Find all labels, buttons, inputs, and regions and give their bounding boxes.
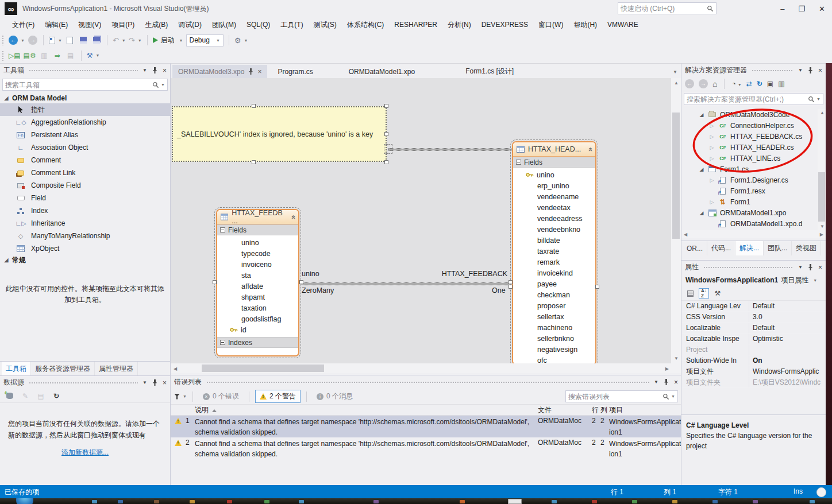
solution-explorer-search-input[interactable] <box>687 95 808 103</box>
menu-architecture[interactable]: 体系结构(C) <box>342 18 390 32</box>
menu-tools[interactable]: 工具(T) <box>275 18 308 32</box>
error-list-search-box[interactable]: ▼ <box>565 390 678 402</box>
toolbox-category-orm[interactable]: ◢ ORM Data Model <box>0 93 170 103</box>
selection-handle[interactable] <box>384 160 388 164</box>
expand-arrow-icon[interactable]: ▷ <box>709 145 715 150</box>
toolbox-item-composite-field[interactable]: Composite Field <box>0 179 170 192</box>
tree-item-httax-line-cs[interactable]: ▷ C# HTTAX_LINE.cs <box>681 153 817 164</box>
field-row[interactable]: sellertax <box>513 311 595 322</box>
field-row[interactable]: erp_unino <box>513 180 595 191</box>
comment-link-connector[interactable] <box>389 149 512 150</box>
chevron-down-icon[interactable]: ▼ <box>142 380 147 386</box>
tree-item-connectionhelper[interactable]: ▷ C# ConnectionHelper.cs <box>681 120 817 131</box>
field-row[interactable]: checkman <box>513 289 595 300</box>
field-row[interactable]: vendeetax <box>513 202 595 213</box>
pin-icon[interactable] <box>248 68 253 75</box>
panel-grip[interactable] <box>703 266 794 269</box>
close-icon[interactable]: × <box>818 263 822 272</box>
tab-ormdatamodel3[interactable]: ORMDataModel3.xpo × <box>172 65 267 78</box>
tree-item-form1-component[interactable]: ▷ ⇅ Form1 <box>681 196 817 207</box>
toolbar-grip[interactable] <box>2 35 4 45</box>
property-pages-button[interactable]: ⚒ <box>712 288 723 298</box>
field-row[interactable]: vendeeadress <box>513 213 595 224</box>
property-row[interactable]: CSS Version 3.0 <box>681 312 826 323</box>
menu-view[interactable]: 视图(V) <box>73 18 106 32</box>
field-row[interactable]: invoicekind <box>513 267 595 278</box>
fields-section-header[interactable]: Fields <box>217 224 298 235</box>
tab-toolbox[interactable]: 工具箱 <box>2 362 31 375</box>
field-row[interactable]: shpamt <box>217 292 298 303</box>
field-row[interactable]: billdate <box>513 235 595 246</box>
tab-list-dropdown[interactable]: ▼ <box>673 69 677 75</box>
field-row[interactable]: sellerbnkno <box>513 333 595 344</box>
field-row[interactable]: proposer <box>513 300 595 311</box>
configure-data-source-button[interactable]: ▤ <box>36 390 46 402</box>
menu-debug[interactable]: 调试(D) <box>173 18 207 32</box>
navigate-back-button[interactable]: ←▼ <box>9 34 25 46</box>
toolbox-item-xpobject[interactable]: XpObject <box>0 242 170 255</box>
menu-sql[interactable]: SQL(Q) <box>241 18 275 31</box>
close-icon[interactable]: × <box>257 68 261 76</box>
tree-item-form1-resx[interactable]: Form1.resx <box>681 185 817 196</box>
sort-alphabetical-button[interactable]: A↓Z <box>699 288 709 298</box>
forward-button[interactable]: → <box>699 79 708 88</box>
collapse-all-button[interactable]: ▣ <box>767 80 773 88</box>
refresh-button[interactable]: ↻ <box>757 80 762 88</box>
collapse-arrow-icon[interactable]: ◢ <box>699 166 704 172</box>
tab-solution[interactable]: 解决... <box>735 241 764 255</box>
field-row[interactable]: vendeebnkno <box>513 224 595 235</box>
close-icon[interactable]: × <box>163 379 167 387</box>
tree-item-httax-feedback-cs[interactable]: ▷ C# HTTAX_FEEDBACK.cs <box>681 131 817 142</box>
categorize-button[interactable] <box>685 288 695 298</box>
tree-item-httax-header-cs[interactable]: ▷ C# HTTAX_HEADER.cs <box>681 142 817 153</box>
fields-section-header[interactable]: Fields <box>513 157 595 168</box>
selection-handle[interactable] <box>384 132 388 136</box>
close-icon[interactable]: × <box>674 378 678 386</box>
menu-file[interactable]: 文件(F) <box>7 18 40 32</box>
toolbox-search-input[interactable] <box>5 81 152 89</box>
start-debug-button[interactable]: 启动▼ <box>153 34 183 46</box>
expand-arrow-icon[interactable]: ▷ <box>709 134 715 139</box>
toolbox-item-aggregation[interactable]: ∟◇ AggregationRelationship <box>0 116 170 129</box>
run-validation-button[interactable]: ▷▤ <box>9 50 21 61</box>
collapse-box-icon[interactable] <box>516 160 521 165</box>
save-all-button[interactable] <box>91 34 102 46</box>
refresh-data-source-button[interactable]: ↻ <box>51 390 61 402</box>
scroll-up-icon[interactable]: ▲ <box>674 80 679 86</box>
open-file-button[interactable] <box>65 34 75 46</box>
collapse-chevron-icon[interactable]: » <box>586 147 594 151</box>
collapse-arrow-icon[interactable]: ◢ <box>699 210 704 216</box>
scroll-right-icon[interactable]: ▶ <box>820 232 823 237</box>
scroll-left-icon[interactable]: ◀ <box>684 232 687 237</box>
scrollbar-thumb[interactable] <box>818 172 825 222</box>
property-row[interactable]: C# Language Lev Default <box>681 301 826 312</box>
properties-object-dropdown[interactable]: WindowsFormsApplication1 项目属性 ▼ <box>681 274 826 286</box>
property-row[interactable]: Solution-Wide In On <box>681 355 826 366</box>
pin-icon[interactable] <box>152 67 157 74</box>
field-row[interactable]: sta <box>217 270 298 281</box>
menu-analyze[interactable]: 分析(N) <box>442 18 476 32</box>
field-row[interactable]: negativesign <box>513 344 595 355</box>
field-row[interactable]: unino <box>217 237 298 248</box>
menu-vmware[interactable]: VMWARE <box>602 18 644 31</box>
toolbox-item-manytomany[interactable]: ◇ ManyToManyRelationship <box>0 230 170 242</box>
redo-button[interactable]: ↷▼ <box>129 34 142 46</box>
tab-server-explorer[interactable]: 服务器资源管理器 <box>31 362 95 375</box>
field-row[interactable]: taxrate <box>513 246 595 257</box>
maximize-button[interactable]: ❐ <box>798 5 805 13</box>
field-row[interactable]: vendeename <box>513 191 595 202</box>
menu-build[interactable]: 生成(B) <box>140 18 173 32</box>
collapse-box-icon[interactable] <box>220 340 225 345</box>
column-column[interactable]: 列 <box>600 405 609 415</box>
pin-icon[interactable] <box>152 379 157 386</box>
export-disabled-button[interactable]: ▤ <box>66 50 76 61</box>
panel-grip[interactable] <box>206 381 649 383</box>
tab-program-cs[interactable]: Program.cs <box>272 65 318 78</box>
menu-team[interactable]: 团队(M) <box>207 18 241 32</box>
selection-handle[interactable] <box>252 104 256 108</box>
tab-ormdatamodel1[interactable]: ORMDataModel1.xpo <box>343 65 421 78</box>
filter-button[interactable]: ▼ <box>174 391 187 402</box>
dsl-designer-canvas[interactable]: _SALEBILLVOUCH' index is ignored, becaus… <box>171 78 672 363</box>
toolbox-item-comment[interactable]: Comment <box>0 154 170 166</box>
scroll-down-icon[interactable]: ▼ <box>674 356 679 361</box>
